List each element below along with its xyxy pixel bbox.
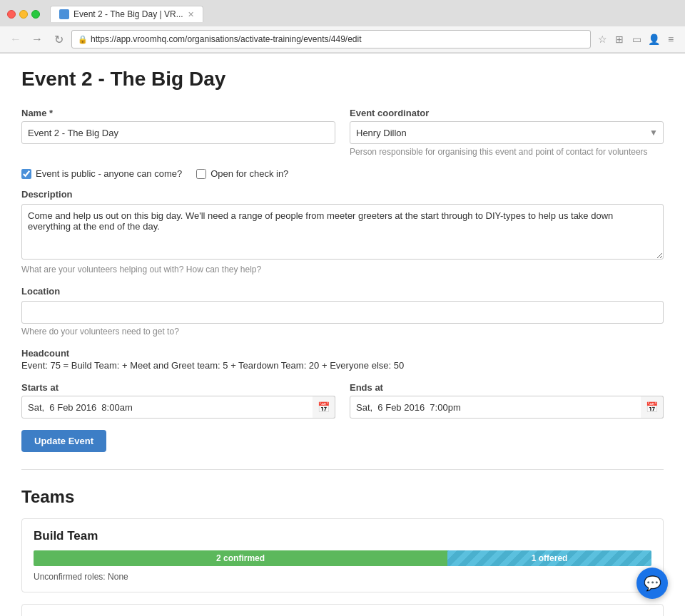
checkin-checkbox-label[interactable]: Open for check in?	[196, 168, 288, 179]
tab-favicon-icon	[59, 9, 69, 19]
url-text: https://app.vroomhq.com/organisations/ac…	[91, 34, 362, 44]
description-label: Description	[21, 189, 664, 200]
coordinator-hint: Person responsible for organising this e…	[350, 147, 664, 157]
ends-at-calendar-btn[interactable]: 📅	[641, 396, 664, 419]
close-window-btn[interactable]	[7, 10, 16, 19]
cast-icon[interactable]: ▭	[629, 32, 644, 46]
checkin-checkbox[interactable]	[196, 169, 206, 179]
window-controls	[7, 10, 40, 19]
starts-at-label: Starts at	[21, 382, 335, 393]
team-name: Build Team	[34, 529, 651, 543]
tab-close-icon[interactable]: ✕	[188, 10, 194, 19]
ends-at-col: Ends at 📅	[350, 382, 664, 419]
team-card: Meet and Greet team5 people1 confirmed5 …	[21, 604, 664, 616]
forward-button[interactable]: →	[29, 31, 46, 48]
address-bar[interactable]: 🔒 https://app.vroomhq.com/organisations/…	[71, 30, 591, 48]
location-section: Location Where do your volunteers need t…	[21, 286, 664, 337]
team-card: Build Team2 confirmed1 offeredUnconfirme…	[21, 518, 664, 592]
headcount-value: Event: 75 = Build Team: + Meet and Greet…	[21, 360, 664, 371]
location-input[interactable]	[21, 301, 664, 324]
starts-at-calendar-btn[interactable]: 📅	[313, 396, 335, 419]
profile-icon[interactable]: 👤	[646, 32, 661, 46]
public-event-checkbox-label[interactable]: Event is public - anyone can come?	[21, 168, 182, 179]
public-event-label: Event is public - anyone can come?	[36, 168, 182, 179]
browser-tab[interactable]: Event 2 - The Big Day | VR... ✕	[50, 6, 203, 22]
checkin-label: Open for check in?	[210, 168, 288, 179]
location-label: Location	[21, 286, 664, 297]
bar-confirmed: 2 confirmed	[34, 550, 447, 566]
bar-offered: 1 offered	[447, 550, 651, 566]
coordinator-select-wrapper: Henry Dillon ▼	[350, 121, 664, 144]
description-textarea[interactable]: Come and help us out on this big day. We…	[21, 204, 664, 260]
starts-at-input[interactable]	[21, 396, 335, 419]
toolbar-actions: ☆ ⊞ ▭ 👤 ≡	[595, 32, 678, 46]
tab-title: Event 2 - The Big Day | VR...	[73, 9, 183, 19]
update-event-button[interactable]: Update Event	[21, 430, 106, 452]
coordinator-select[interactable]: Henry Dillon	[350, 121, 664, 144]
browser-toolbar: ← → ↻ 🔒 https://app.vroomhq.com/organisa…	[0, 26, 685, 53]
maximize-window-btn[interactable]	[31, 10, 40, 19]
page-content: Event 2 - The Big Day Name * Event coord…	[0, 53, 685, 616]
bookmark-icon[interactable]: ☆	[595, 32, 609, 46]
ends-at-wrapper: 📅	[350, 396, 664, 419]
browser-chrome: Event 2 - The Big Day | VR... ✕ ← → ↻ 🔒 …	[0, 0, 685, 53]
teams-title: Teams	[21, 487, 664, 507]
apps-icon[interactable]: ⊞	[612, 32, 626, 46]
page-title: Event 2 - The Big Day	[21, 68, 664, 91]
section-divider	[21, 469, 664, 470]
back-button[interactable]: ←	[7, 31, 24, 48]
teams-list: Build Team2 confirmed1 offeredUnconfirme…	[21, 518, 664, 616]
checkbox-row: Event is public - anyone can come? Open …	[21, 168, 664, 179]
description-section: Description Come and help us out on this…	[21, 189, 664, 274]
ends-at-label: Ends at	[350, 382, 664, 393]
location-hint: Where do your volunteers need to get to?	[21, 327, 664, 337]
browser-titlebar: Event 2 - The Big Day | VR... ✕	[0, 0, 685, 26]
public-event-checkbox[interactable]	[21, 169, 31, 179]
minimize-window-btn[interactable]	[19, 10, 28, 19]
team-progress-bar: 2 confirmed1 offered	[34, 550, 651, 566]
chat-button[interactable]: 💬	[636, 568, 668, 599]
coordinator-field-col: Event coordinator Henry Dillon ▼ Person …	[350, 108, 664, 157]
coordinator-label: Event coordinator	[350, 108, 664, 118]
headcount-label: Headcount	[21, 348, 664, 359]
description-hint: What are your volunteers helping out wit…	[21, 265, 664, 274]
starts-at-col: Starts at 📅	[21, 382, 335, 419]
ends-at-input[interactable]	[350, 396, 664, 419]
name-coordinator-row: Name * Event coordinator Henry Dillon ▼ …	[21, 108, 664, 157]
refresh-button[interactable]: ↻	[50, 31, 67, 48]
lock-icon: 🔒	[78, 35, 88, 44]
unconfirmed-roles-row: Unconfirmed roles: None	[34, 572, 651, 582]
menu-icon[interactable]: ≡	[664, 32, 678, 46]
name-label: Name *	[21, 108, 335, 118]
datetime-row: Starts at 📅 Ends at 📅	[21, 382, 664, 419]
starts-at-wrapper: 📅	[21, 396, 335, 419]
event-name-input[interactable]	[21, 121, 335, 144]
headcount-section: Headcount Event: 75 = Build Team: + Meet…	[21, 348, 664, 371]
name-field-col: Name *	[21, 108, 335, 157]
chat-icon: 💬	[644, 575, 661, 592]
